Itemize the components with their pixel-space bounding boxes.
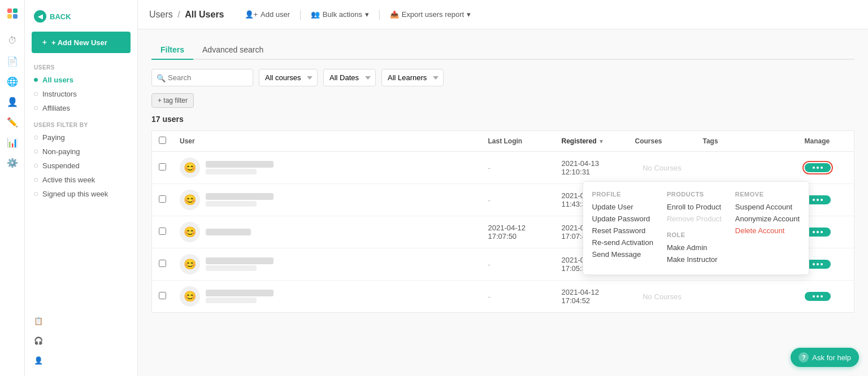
user-count: 17 users <box>151 115 854 124</box>
manage-button[interactable] <box>805 292 831 301</box>
row-checkbox[interactable] <box>159 228 166 235</box>
pencil-icon[interactable]: ✏️ <box>3 113 21 131</box>
row-checkbox-cell <box>152 152 173 184</box>
bulk-actions-icon: 👥 <box>311 10 320 19</box>
update-password-item[interactable]: Update Password <box>592 213 653 225</box>
sidebar-item-instructors[interactable]: Instructors <box>25 87 137 101</box>
users-section-label: USERS <box>25 58 137 73</box>
dot2 <box>817 199 819 201</box>
user-name-block <box>206 193 274 207</box>
dot-instructors <box>34 92 38 96</box>
user-email-blurred <box>206 201 257 207</box>
back-label: BACK <box>50 12 71 21</box>
manage-button-highlighted[interactable] <box>805 163 831 172</box>
sidebar-item-all-users[interactable]: All users <box>25 73 137 87</box>
tab-filters[interactable]: Filters <box>151 41 193 60</box>
update-user-item[interactable]: Update User <box>592 201 653 213</box>
filters-tabs: Filters Advanced search <box>151 41 854 60</box>
dot3 <box>821 263 823 265</box>
avatar: 😊 <box>180 190 200 210</box>
topbar: Users / All Users 👤+ Add user | 👥 Bulk a… <box>138 0 868 29</box>
add-user-button[interactable]: 👤+ Add user <box>245 10 290 19</box>
document-icon[interactable]: 📄 <box>3 52 21 70</box>
avatar: 😊 <box>180 286 200 307</box>
row-checkbox[interactable] <box>159 260 166 267</box>
make-instructor-item[interactable]: Make Instructor <box>667 253 722 265</box>
reset-password-item[interactable]: Reset Password <box>592 225 653 237</box>
table-row: 😊 - 2021-04-12 17:04:52 No Courses <box>152 281 854 313</box>
anonymize-account-item[interactable]: Anonymize Account <box>735 213 800 225</box>
sidebar-item-signed-up[interactable]: Signed up this week <box>25 187 137 201</box>
chart-icon[interactable]: 📊 <box>3 133 21 151</box>
search-input[interactable] <box>151 69 253 86</box>
dot-active-week <box>34 178 38 182</box>
avatar: 😊 <box>180 222 200 242</box>
tab-advanced-search[interactable]: Advanced search <box>193 41 272 60</box>
headset-sidebar-icon[interactable]: 🎧 <box>25 331 137 351</box>
all-courses-select[interactable]: All courses <box>259 69 318 86</box>
manage-dropdown-menu: PROFILE Update User Update Password Rese… <box>583 181 809 275</box>
dot-suspended <box>34 164 38 168</box>
make-admin-item[interactable]: Make Admin <box>667 242 722 253</box>
add-new-user-button[interactable]: ＋ + Add New User <box>32 32 131 53</box>
sidebar: ◀ BACK ＋ + Add New User USERS All users … <box>25 0 138 376</box>
last-login-cell: - <box>481 152 555 184</box>
settings-icon[interactable]: ⚙️ <box>3 154 21 172</box>
registered-cell: 2021-04-12 17:04:52 <box>555 281 628 313</box>
app-grid-icon[interactable] <box>3 5 21 23</box>
all-learners-select[interactable]: All Learners <box>381 69 444 86</box>
user-cell: 😊 <box>173 281 481 313</box>
person-sidebar-icon[interactable]: 👤 <box>25 351 137 370</box>
user-name-blurred <box>206 229 251 235</box>
clipboard-sidebar-icon[interactable]: 📋 <box>25 311 137 331</box>
sort-arrow-registered: ▼ <box>598 138 604 145</box>
back-button[interactable]: ◀ BACK <box>25 6 137 27</box>
bulk-actions-label: Bulk actions <box>323 10 362 19</box>
select-all-checkbox[interactable] <box>159 137 166 144</box>
clock-icon[interactable]: ⏱ <box>3 32 21 50</box>
no-courses-label: No Courses <box>643 164 682 172</box>
suspend-account-item[interactable]: Suspend Account <box>735 201 800 213</box>
col-header-registered[interactable]: Registered ▼ <box>555 131 628 152</box>
sidebar-item-suspended[interactable]: Suspended <box>25 159 137 173</box>
user-name-blurred <box>206 257 274 264</box>
sidebar-item-paying[interactable]: Paying <box>25 130 137 145</box>
export-report-button[interactable]: 📤 Export users report ▾ <box>390 10 471 19</box>
col-header-check <box>152 131 173 152</box>
sidebar-item-affiliates[interactable]: Affiliates <box>25 101 137 115</box>
profile-section-label: PROFILE <box>592 191 653 198</box>
col-header-last-login: Last Login <box>481 131 555 152</box>
enroll-product-item[interactable]: Enroll to Product <box>667 201 722 213</box>
delete-account-item[interactable]: Delete Account <box>735 225 800 237</box>
breadcrumb-base: Users <box>149 10 173 19</box>
user-name-block <box>206 257 274 271</box>
user-name-blurred <box>206 161 274 168</box>
user-cell: 😊 <box>173 248 481 281</box>
paying-label: Paying <box>42 133 65 142</box>
last-login-cell: - <box>481 281 555 313</box>
main-content: Users / All Users 👤+ Add user | 👥 Bulk a… <box>138 0 868 376</box>
ask-for-help-button[interactable]: ? Ask for help <box>791 348 859 367</box>
sidebar-item-non-paying[interactable]: Non-paying <box>25 145 137 159</box>
sidebar-item-active-week[interactable]: Active this week <box>25 173 137 187</box>
row-checkbox[interactable] <box>159 195 166 203</box>
user-email-blurred <box>206 169 257 174</box>
last-login-cell: - <box>481 184 555 216</box>
add-new-user-label: + Add New User <box>51 38 107 47</box>
dropdown-profile-section: PROFILE Update User Update Password Rese… <box>592 191 653 265</box>
topbar-divider-2: | <box>378 8 381 20</box>
row-checkbox[interactable] <box>159 163 166 170</box>
bulk-actions-button[interactable]: 👥 Bulk actions ▾ <box>311 10 369 19</box>
globe-icon[interactable]: 🌐 <box>3 72 21 90</box>
user-email-blurred <box>206 298 257 303</box>
user-name-block <box>206 229 251 235</box>
dot2 <box>817 263 819 265</box>
all-dates-select[interactable]: All Dates <box>323 69 376 86</box>
registered-cell: 2021-04-13 12:10:31 <box>555 152 628 184</box>
row-checkbox[interactable] <box>159 292 166 299</box>
filter-row: 🔍 All courses All Dates All Learners <box>151 69 854 86</box>
send-message-item[interactable]: Send Message <box>592 248 653 260</box>
resend-activation-item[interactable]: Re-send Activation <box>592 237 653 248</box>
tag-filter-button[interactable]: + tag filter <box>151 93 194 108</box>
users-rail-icon[interactable]: 👤 <box>3 93 21 111</box>
